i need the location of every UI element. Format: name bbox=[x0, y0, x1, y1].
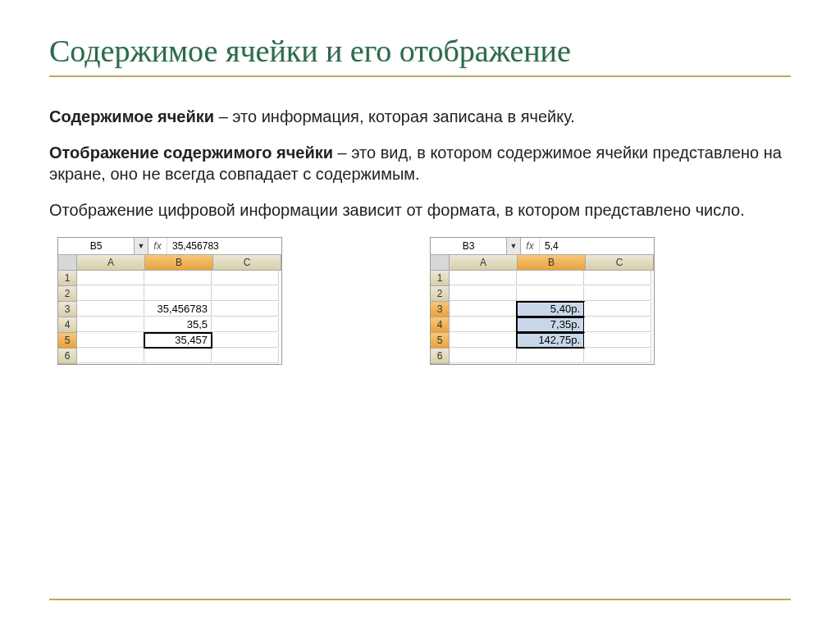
cell-a1[interactable] bbox=[450, 271, 517, 285]
cell-a3[interactable] bbox=[450, 302, 517, 317]
cell-c1[interactable] bbox=[212, 271, 279, 285]
row-header[interactable]: 1 bbox=[58, 271, 77, 286]
cell-c6[interactable] bbox=[212, 349, 279, 363]
row-header[interactable]: 6 bbox=[58, 349, 77, 364]
cell-a6[interactable] bbox=[77, 349, 144, 363]
row-2: 2 bbox=[58, 286, 281, 302]
cell-a2[interactable] bbox=[77, 286, 144, 301]
cell-b1[interactable] bbox=[517, 271, 584, 285]
def-1: – это информация, которая записана в яче… bbox=[214, 107, 575, 125]
cell-c2[interactable] bbox=[584, 286, 651, 301]
cell-a5[interactable] bbox=[450, 333, 517, 348]
formula-bar[interactable]: 35,456783 bbox=[167, 238, 281, 254]
row-4: 4 35,5 bbox=[58, 317, 281, 333]
cell-c4[interactable] bbox=[212, 317, 279, 332]
cell-b4[interactable]: 7,35р. bbox=[517, 317, 584, 332]
cell-b2[interactable] bbox=[144, 286, 212, 301]
cell-a5[interactable] bbox=[77, 333, 144, 348]
cell-a6[interactable] bbox=[450, 349, 517, 363]
grid: A B C 1 2 3 bbox=[58, 255, 281, 364]
cell-a4[interactable] bbox=[450, 317, 517, 332]
paragraph-3: Отображение цифровой информации зависит … bbox=[49, 199, 791, 221]
cell-c1[interactable] bbox=[584, 271, 651, 285]
col-header-c[interactable]: C bbox=[213, 255, 281, 271]
row-1: 1 bbox=[431, 271, 654, 286]
slide-title: Содержимое ячейки и его отображение bbox=[49, 33, 791, 69]
cell-b3[interactable]: 5,40р. bbox=[517, 302, 584, 317]
formula-bar[interactable]: 5,4 bbox=[540, 238, 654, 254]
row-header[interactable]: 3 bbox=[58, 302, 77, 317]
name-box[interactable]: B3 bbox=[431, 238, 507, 254]
cell-c3[interactable] bbox=[212, 302, 279, 317]
cell-a2[interactable] bbox=[450, 286, 517, 301]
cell-c6[interactable] bbox=[584, 349, 651, 363]
cell-a4[interactable] bbox=[77, 317, 144, 332]
row-6: 6 bbox=[58, 349, 281, 364]
formula-bar-row: B5 ▼ fx 35,456783 bbox=[58, 238, 281, 255]
col-header-b[interactable]: B bbox=[518, 255, 586, 271]
row-3: 3 5,40р. bbox=[431, 302, 654, 317]
row-3: 3 35,456783 bbox=[58, 302, 281, 317]
select-all-corner[interactable] bbox=[58, 255, 77, 271]
fx-icon[interactable]: fx bbox=[148, 238, 167, 254]
term-2: Отображение содержимого ячейки bbox=[49, 144, 333, 162]
column-headers: A B C bbox=[431, 255, 654, 271]
paragraph-1: Содержимое ячейки – это информация, кото… bbox=[49, 106, 791, 127]
row-header[interactable]: 4 bbox=[431, 317, 450, 333]
cell-c2[interactable] bbox=[212, 286, 279, 301]
row-1: 1 bbox=[58, 271, 281, 286]
cell-b5[interactable]: 35,457 bbox=[144, 333, 212, 348]
cell-b5[interactable]: 142,75р. bbox=[517, 333, 584, 348]
formula-bar-row: B3 ▼ fx 5,4 bbox=[431, 238, 654, 255]
cell-b1[interactable] bbox=[144, 271, 212, 285]
row-4: 4 7,35р. bbox=[431, 317, 654, 333]
title-underline bbox=[49, 75, 791, 77]
row-header[interactable]: 1 bbox=[431, 271, 450, 286]
select-all-corner[interactable] bbox=[431, 255, 450, 271]
spreadsheet-examples: B5 ▼ fx 35,456783 A B C 1 bbox=[49, 237, 791, 365]
row-header[interactable]: 2 bbox=[58, 286, 77, 302]
paragraph-2: Отображение содержимого ячейки – это вид… bbox=[49, 142, 791, 185]
cell-c3[interactable] bbox=[584, 302, 651, 317]
row-header[interactable]: 6 bbox=[431, 349, 450, 364]
cell-a1[interactable] bbox=[77, 271, 144, 285]
slide: Содержимое ячейки и его отображение Соде… bbox=[0, 0, 840, 629]
col-header-b[interactable]: B bbox=[145, 255, 213, 271]
row-header[interactable]: 3 bbox=[431, 302, 450, 317]
row-header[interactable]: 5 bbox=[431, 333, 450, 349]
cell-c4[interactable] bbox=[584, 317, 651, 332]
name-box-dropdown-icon[interactable]: ▼ bbox=[507, 238, 521, 254]
row-header[interactable]: 4 bbox=[58, 317, 77, 333]
cell-a3[interactable] bbox=[77, 302, 144, 317]
spreadsheet-right: B3 ▼ fx 5,4 A B C 1 2 bbox=[430, 237, 655, 365]
cell-b6[interactable] bbox=[144, 349, 212, 363]
column-headers: A B C bbox=[58, 255, 281, 271]
name-box[interactable]: B5 bbox=[58, 238, 135, 254]
row-5: 5 142,75р. bbox=[431, 333, 654, 349]
term-1: Содержимое ячейки bbox=[49, 107, 214, 125]
fx-icon[interactable]: fx bbox=[521, 238, 540, 254]
name-box-dropdown-icon[interactable]: ▼ bbox=[135, 238, 148, 254]
cell-c5[interactable] bbox=[584, 333, 651, 348]
col-header-a[interactable]: A bbox=[450, 255, 518, 271]
spreadsheet-left: B5 ▼ fx 35,456783 A B C 1 bbox=[57, 237, 282, 365]
footer-line bbox=[49, 599, 791, 600]
cell-b3[interactable]: 35,456783 bbox=[144, 302, 212, 317]
col-header-a[interactable]: A bbox=[77, 255, 145, 271]
cell-b4[interactable]: 35,5 bbox=[144, 317, 212, 332]
row-header[interactable]: 2 bbox=[431, 286, 450, 302]
row-header[interactable]: 5 bbox=[58, 333, 77, 349]
cell-b6[interactable] bbox=[517, 349, 584, 363]
cell-b2[interactable] bbox=[517, 286, 584, 301]
row-6: 6 bbox=[431, 349, 654, 364]
row-2: 2 bbox=[431, 286, 654, 302]
row-5: 5 35,457 bbox=[58, 333, 281, 349]
body-text: Содержимое ячейки – это информация, кото… bbox=[49, 106, 791, 221]
col-header-c[interactable]: C bbox=[586, 255, 654, 271]
grid: A B C 1 2 3 bbox=[431, 255, 654, 364]
cell-c5[interactable] bbox=[212, 333, 279, 348]
